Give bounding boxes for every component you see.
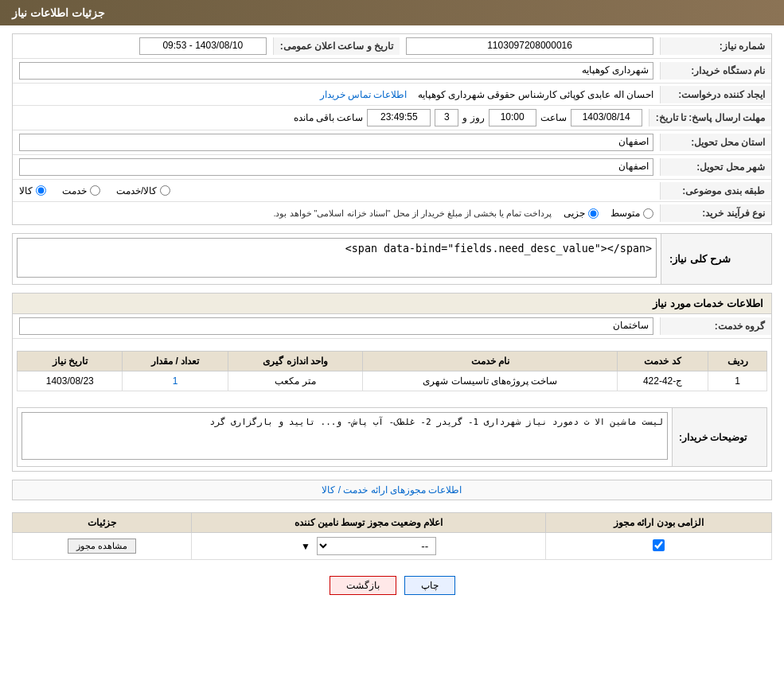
cell-name: ساخت پروژه‌های تاسیسات شهری [363, 371, 618, 391]
row-response-deadline: مهلت ارسال پاسخ: تا تاریخ: 1403/08/14 سا… [13, 106, 771, 130]
radio-kala: کالا [19, 185, 46, 196]
permissions-table: الزامی بودن ارائه مجوز اعلام وضعیت مجوز … [12, 512, 772, 560]
city-value: اصفهان [19, 158, 653, 176]
response-remaining-label: ساعت باقی مانده [294, 112, 364, 123]
radio-jozii: جزیی [564, 208, 599, 219]
services-table-section: ردیف کد خدمت نام خدمت واحد اندازه گیری ت… [13, 347, 771, 395]
page-title: جزئیات اطلاعات نیاز [12, 6, 105, 19]
cell-date: 1403/08/23 [18, 371, 123, 391]
col-header-date: تاریخ نیاز [18, 352, 123, 371]
need-number-value: 1103097208000016 [406, 37, 653, 55]
category-kala-label: کالا [19, 185, 33, 196]
perm-col-details: جزئیات [13, 513, 192, 533]
radio-khedmat: خدمت [62, 185, 100, 196]
main-info-section: شماره نیاز: 1103097208000016 تاریخ و ساع… [12, 33, 772, 225]
services-section-title: اطلاعات خدمات مورد نیاز [12, 293, 772, 314]
service-group-value: ساختمان [19, 317, 653, 335]
announcement-date-value: 1403/08/10 - 09:53 [139, 37, 267, 55]
cell-qty: 1 [123, 371, 228, 391]
col-header-code: کد خدمت [618, 352, 708, 371]
radio-kala-khedmat: کالا/خدمت [116, 185, 170, 196]
service-group-label: گروه خدمت: [660, 317, 771, 335]
need-desc-textarea[interactable]: <span data-bind="fields.need_desc_value"… [17, 238, 657, 278]
response-remaining: 23:49:55 [367, 109, 431, 126]
province-value: اصفهان [19, 134, 653, 151]
province-label: استان محل تحویل: [660, 134, 771, 151]
requester-label: ایجاد کننده درخواست: [660, 86, 771, 103]
process-label: نوع فرآیند خرید: [660, 204, 771, 222]
col-header-name: نام خدمت [363, 352, 618, 371]
row-requester: ایجاد کننده درخواست: احسان اله عابدی کوپ… [13, 84, 771, 106]
need-desc-label: شرح کلی نیاز: [661, 233, 772, 285]
permissions-title: اطلاعات مجوزهای ارائه خدمت / کالا [12, 480, 772, 500]
radio-jozii-input[interactable] [588, 208, 599, 219]
perm-col-required: الزامی بودن ارائه مجوز [546, 513, 772, 533]
buyer-desc-section: توضیحات خریدار: [13, 403, 771, 471]
need-number-label: شماره نیاز: [660, 37, 771, 55]
row-service-group: گروه خدمت: ساختمان [13, 314, 771, 339]
process-jozii-label: جزیی [564, 208, 585, 219]
footer-buttons: چاپ بازگشت [12, 560, 772, 611]
perm-details-cell: مشاهده مجوز [13, 533, 192, 560]
radio-motavaset-input[interactable] [643, 208, 653, 219]
response-days-label: روز و [462, 112, 484, 123]
requester-value: احسان اله عابدی کوپائی کارشناس حقوقی شهر… [418, 89, 653, 100]
radio-kala-khedmat-input[interactable] [160, 185, 170, 196]
chevron-down-icon: ▼ [301, 541, 310, 552]
perm-required-cell [546, 533, 772, 560]
process-motavaset-label: متوسط [610, 208, 640, 219]
buyer-desc-label: توضیحات خریدار: [672, 407, 767, 467]
cell-row: 1 [708, 371, 767, 391]
requester-link[interactable]: اطلاعات تماس خریدار [320, 89, 408, 100]
response-time-label: ساعت [540, 112, 567, 123]
announcement-date-label: تاریخ و ساعت اعلان عمومی: [273, 37, 400, 55]
perm-col-status: اعلام وضعیت مجوز توسط نامین کننده [192, 513, 546, 533]
response-days: 3 [435, 109, 458, 126]
process-desc: پرداخت تمام یا بخشی از مبلغ خریدار از مح… [273, 208, 552, 219]
radio-khedmat-input[interactable] [90, 185, 100, 196]
buyer-desc-textarea[interactable] [21, 412, 668, 460]
response-date: 1403/08/14 [571, 109, 642, 126]
cell-code: ج-42-422 [618, 371, 708, 391]
col-header-unit: واحد اندازه گیری [228, 352, 363, 371]
perm-status-cell: -- ▼ [192, 533, 546, 560]
permissions-section: اطلاعات مجوزهای ارائه خدمت / کالا الزامی… [12, 480, 772, 560]
city-label: شهر محل تحویل: [660, 158, 771, 176]
category-kala-khedmat-label: کالا/خدمت [116, 185, 157, 196]
back-button[interactable]: بازگشت [330, 576, 396, 595]
services-table: ردیف کد خدمت نام خدمت واحد اندازه گیری ت… [17, 351, 767, 391]
need-desc-section: شرح کلی نیاز: <span data-bind="fields.ne… [12, 233, 772, 285]
category-label: طبقه بندی موضوعی: [660, 182, 771, 200]
category-khedmat-label: خدمت [62, 185, 87, 196]
services-section: گروه خدمت: ساختمان ردیف کد خدمت نام خدمت… [12, 314, 772, 472]
perm-row: -- ▼ مشاهده مجوز [13, 533, 772, 560]
col-header-row: ردیف [708, 352, 767, 371]
permissions-header-row: الزامی بودن ارائه مجوز اعلام وضعیت مجوز … [13, 513, 772, 533]
buyer-org-label: نام دستگاه خریدار: [660, 62, 771, 80]
perm-status-select[interactable]: -- [317, 537, 436, 555]
buyer-org-value: شهرداری کوهپایه [19, 62, 653, 80]
row-city: شهر محل تحویل: اصفهان [13, 155, 771, 180]
cell-unit: متر مکعب [228, 371, 363, 391]
page-header: جزئیات اطلاعات نیاز [0, 0, 784, 25]
row-process: نوع فرآیند خرید: متوسط جزیی [13, 202, 771, 224]
radio-motavaset: متوسط [610, 208, 653, 219]
view-permit-button[interactable]: مشاهده مجوز [68, 539, 136, 554]
response-time: 10:00 [489, 109, 536, 126]
perm-required-checkbox[interactable] [653, 539, 665, 551]
radio-kala-input[interactable] [36, 185, 46, 196]
response-deadline-label: مهلت ارسال پاسخ: تا تاریخ: [649, 109, 771, 126]
row-buyer-org: نام دستگاه خریدار: شهرداری کوهپایه [13, 59, 771, 84]
print-button[interactable]: چاپ [404, 576, 455, 595]
col-header-qty: تعداد / مقدار [123, 352, 228, 371]
table-row: 1 ج-42-422 ساخت پروژه‌های تاسیسات شهری م… [18, 371, 767, 391]
row-province: استان محل تحویل: اصفهان [13, 130, 771, 155]
table-header-row: ردیف کد خدمت نام خدمت واحد اندازه گیری ت… [18, 352, 767, 371]
row-category: طبقه بندی موضوعی: کالا/خدمت خدمت [13, 180, 771, 202]
row-need-number: شماره نیاز: 1103097208000016 تاریخ و ساع… [13, 34, 771, 59]
